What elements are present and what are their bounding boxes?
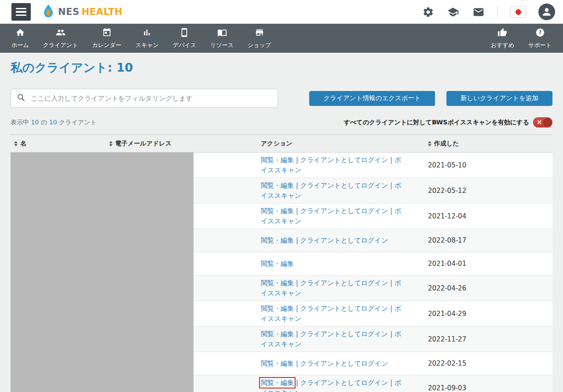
action-link[interactable]: 閲覧・編集: [261, 156, 294, 164]
nav-label: スキャン: [135, 41, 159, 49]
action-link[interactable]: クライアントとしてログイン: [300, 305, 388, 312]
action-link[interactable]: クライアントとしてログイン: [300, 379, 388, 387]
client-created-cell: 2021-04-29: [424, 301, 552, 327]
action-link[interactable]: クライアントとしてログイン: [300, 156, 388, 164]
action-separator: |: [294, 305, 300, 312]
action-separator: |: [294, 181, 300, 189]
top-bar: NESHEALTH: [0, 0, 563, 24]
nav-item-recommended[interactable]: おすすめ: [484, 28, 521, 49]
column-header-created[interactable]: 作成した: [424, 135, 552, 152]
add-client-button[interactable]: 新しいクライアントを追加: [446, 91, 552, 106]
client-created-cell: 2022-05-12: [424, 178, 552, 203]
action-link[interactable]: クライアントとしてログイン: [300, 236, 388, 244]
action-link[interactable]: 閲覧・編集: [261, 279, 294, 287]
people-icon: [55, 28, 66, 39]
avatar[interactable]: [538, 4, 555, 20]
export-clients-button[interactable]: クライアント情報のエクスポート: [309, 91, 435, 106]
action-link[interactable]: クライアントとしてログイン: [300, 207, 388, 215]
client-actions-cell: 閲覧・編集 | クライアントとしてログイン: [257, 229, 424, 252]
table-header-row: 名 電子メールアドレス アクション 作成した: [11, 135, 552, 152]
action-link[interactable]: 閲覧・編集: [261, 359, 294, 367]
client-actions-cell: 閲覧・編集 | クライアントとしてログイン | ボイススキャン: [257, 327, 424, 352]
client-created-cell: 2021-12-04: [424, 203, 552, 229]
action-link[interactable]: 閲覧・編集: [261, 236, 294, 244]
nav-label: デバイス: [173, 41, 196, 49]
action-link[interactable]: 閲覧・編集: [261, 207, 294, 215]
client-filter-input[interactable]: [30, 94, 272, 103]
nav-label: ショップ: [248, 41, 271, 49]
sort-icon: [14, 141, 18, 146]
client-created-cell: 2022-04-26: [424, 276, 552, 301]
action-separator: |: [294, 379, 300, 387]
redaction-overlay: [11, 152, 194, 392]
calendar-icon: [102, 28, 112, 39]
nav-label: ホーム: [11, 41, 29, 49]
client-actions-cell: 閲覧・編集 | クライアントとしてログイン | ボイススキャン: [257, 203, 424, 229]
mail-icon[interactable]: [472, 6, 485, 18]
topbar-divider: [497, 5, 498, 18]
total-count: 10: [49, 119, 57, 126]
action-link[interactable]: 閲覧・編集: [261, 181, 294, 189]
client-created-cell: 2022-02-15: [424, 352, 552, 375]
action-separator: |: [294, 236, 300, 244]
action-link[interactable]: クライアントとしてログイン: [300, 359, 388, 367]
action-link[interactable]: クライアントとしてログイン: [300, 330, 388, 338]
action-link[interactable]: 閲覧・編集: [261, 305, 294, 312]
meta-row: 表示中 10 の 10 クライアント すべてのクライアントに対してBWSボイスス…: [11, 117, 552, 127]
action-separator: |: [294, 156, 300, 164]
action-separator: |: [294, 330, 300, 338]
action-separator: |: [388, 156, 395, 164]
gear-icon[interactable]: [422, 6, 434, 18]
svg-text:?: ?: [538, 29, 541, 36]
column-header-email[interactable]: 電子メールアドレス: [106, 135, 257, 152]
client-filter-searchbox: [11, 89, 278, 108]
client-created-cell: 2021-04-01: [424, 252, 552, 276]
client-actions-cell: 閲覧・編集 | クライアントとしてログイン | ボイススキャン: [257, 301, 424, 327]
column-header-name[interactable]: 名: [11, 135, 106, 152]
book-icon: [217, 28, 227, 39]
nav-label: サポート: [528, 41, 552, 49]
nav-item-devices[interactable]: デバイス: [166, 28, 203, 49]
japan-flag-icon[interactable]: [510, 7, 526, 18]
column-header-actions: アクション: [257, 135, 424, 152]
question-mark-icon: ?: [535, 28, 545, 39]
nav-label: おすすめ: [491, 41, 514, 49]
graduation-cap-icon[interactable]: [446, 6, 460, 18]
mobile-device-icon: [179, 28, 189, 39]
nav-item-clients[interactable]: クライアント: [36, 28, 85, 49]
bws-voice-scan-toggle[interactable]: [533, 117, 552, 127]
action-separator: |: [294, 207, 300, 215]
action-link[interactable]: 閲覧・編集: [261, 379, 294, 387]
nav-item-resources[interactable]: リソース: [203, 28, 241, 49]
action-link[interactable]: クライアントとしてログイン: [300, 279, 388, 287]
toggle-knob: [543, 118, 552, 127]
brand-name-secondary: HEALTH: [82, 7, 123, 17]
brand-logo[interactable]: NESHEALTH: [42, 4, 123, 20]
sort-icon: [428, 141, 431, 146]
client-created-cell: 2022-11-27: [424, 327, 552, 352]
client-created-cell: 2022-08-17: [424, 229, 552, 252]
showing-count-text: 表示中 10 の 10 クライアント: [11, 119, 97, 127]
sort-icon: [109, 141, 113, 146]
search-icon: [17, 93, 26, 104]
nav-label: クライアント: [43, 41, 78, 49]
client-created-cell: 2021-09-03: [424, 375, 552, 392]
main-content: 私のクライアント: 10 クライアント情報のエクスポート 新しいクライアントを追…: [0, 60, 563, 392]
nav-label: リソース: [210, 41, 234, 49]
nav-item-calendar[interactable]: カレンダー: [85, 28, 128, 49]
client-created-cell: 2021-05-10: [424, 152, 552, 178]
action-link[interactable]: 閲覧・編集: [261, 330, 294, 338]
nav-item-support[interactable]: ? サポート: [521, 28, 559, 49]
shown-count: 10: [31, 119, 39, 126]
client-actions-cell: 閲覧・編集 | クライアントとしてログイン | ボイススキャン: [257, 152, 424, 178]
nav-item-scans[interactable]: スキャン: [128, 28, 166, 49]
action-link[interactable]: クライアントとしてログイン: [300, 181, 388, 189]
action-link[interactable]: 閲覧・編集: [261, 260, 294, 268]
action-separator: |: [294, 359, 300, 367]
home-icon: [15, 28, 25, 39]
thumb-up-icon: [497, 28, 507, 39]
toolbar: クライアント情報のエクスポート 新しいクライアントを追加: [11, 89, 552, 108]
nav-item-home[interactable]: ホーム: [4, 28, 36, 49]
nav-item-shop[interactable]: ショップ: [241, 28, 278, 49]
hamburger-menu-button[interactable]: [11, 3, 31, 21]
